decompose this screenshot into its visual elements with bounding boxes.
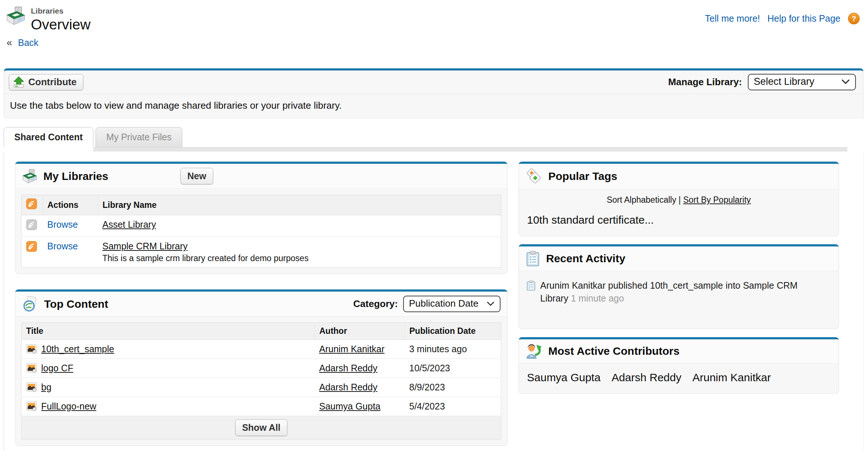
column-header-title: Title — [22, 323, 315, 340]
popular-tags-title: Popular Tags — [548, 170, 617, 183]
content-title-link[interactable]: FullLogo-new — [41, 401, 96, 412]
help-icon[interactable]: ? — [848, 12, 860, 25]
author-link[interactable]: Saumya Gupta — [319, 401, 381, 411]
my-libraries-panel: My Libraries New — [15, 162, 507, 274]
table-row: 10th_cert_sample Arunim Kanitkar 3 minut… — [22, 340, 501, 359]
manage-library-select[interactable]: Select Library — [748, 74, 856, 90]
tags-icon — [526, 168, 542, 185]
content-title-link[interactable]: logo CF — [41, 363, 73, 374]
activity-item: Arunim Kanitkar published 10th_cert_samp… — [526, 279, 831, 304]
contributors-list: Saumya Gupta Adarsh Reddy Arunim Kanitka… — [519, 363, 839, 393]
tabs-row: Shared Content My Private Files — [0, 127, 868, 147]
chevron-down-icon — [841, 79, 850, 84]
table-row: bg Adarsh Reddy 8/9/2023 — [22, 378, 501, 397]
show-all-button[interactable]: Show All — [235, 419, 288, 436]
top-content-table: Title Author Publication Date — [21, 322, 501, 440]
sort-alphabetically-link[interactable]: Sort Alphabetically — [607, 195, 676, 205]
tab-my-private-files[interactable]: My Private Files — [96, 127, 182, 147]
activity-timestamp: 1 minute ago — [571, 293, 624, 303]
content-title-link[interactable]: 10th_cert_sample — [41, 344, 114, 354]
publication-date: 10/5/2023 — [405, 359, 501, 378]
page-header: Libraries Overview Tell me more! Help fo… — [0, 0, 868, 33]
table-footer: Show All — [22, 416, 501, 440]
toolbar-message: Use the tabs below to view and manage sh… — [4, 94, 863, 118]
most-active-contributors-title: Most Active Contributors — [548, 345, 679, 357]
page-title: Overview — [31, 17, 91, 33]
manage-library-value: Select Library — [754, 76, 814, 87]
help-for-this-page-link[interactable]: Help for this Page — [767, 13, 840, 24]
image-file-icon — [26, 382, 37, 392]
sort-separator: | — [679, 195, 681, 205]
tab-shared-content[interactable]: Shared Content — [4, 127, 93, 147]
clipboard-icon-small — [526, 280, 536, 291]
publication-date: 3 minutes ago — [405, 340, 501, 359]
library-description: This is a sample crm library created for… — [103, 253, 497, 263]
table-row: Browse Asset Library — [22, 215, 501, 237]
author-link[interactable]: Adarsh Reddy — [319, 382, 377, 392]
table-row: logo CF Adarsh Reddy 10/5/2023 — [22, 359, 501, 378]
contribute-button[interactable]: Contribute — [9, 74, 83, 90]
feed-icon-gray[interactable] — [26, 219, 37, 230]
publication-date: 8/9/2023 — [405, 378, 501, 397]
feed-icon[interactable] — [26, 241, 37, 252]
contributor-link[interactable]: Adarsh Reddy — [611, 371, 681, 384]
my-libraries-icon — [22, 169, 37, 184]
author-link[interactable]: Arunim Kanitkar — [319, 344, 385, 354]
recent-activity-title: Recent Activity — [546, 252, 625, 265]
feed-icon — [26, 198, 37, 209]
shared-content-tab-panel: My Libraries New — [4, 151, 864, 451]
image-file-icon — [26, 344, 37, 354]
column-header-author: Author — [315, 323, 405, 340]
publication-date: 5/4/2023 — [405, 397, 501, 416]
category-value: Publication Date — [409, 298, 478, 309]
table-row: FullLogo-new Saumya Gupta 5/4/2023 — [22, 397, 501, 416]
upload-icon — [12, 76, 25, 89]
author-link[interactable]: Adarsh Reddy — [319, 363, 377, 373]
library-name-link[interactable]: Asset Library — [103, 219, 156, 230]
recent-activity-panel: Recent Activity — [519, 244, 839, 329]
image-file-icon — [26, 401, 37, 411]
contributor-icon — [526, 343, 542, 359]
tell-me-more-link[interactable]: Tell me more! — [705, 13, 760, 24]
most-active-contributors-panel: Most Active Contributors Saumya Gupta Ad… — [519, 337, 839, 394]
browse-link[interactable]: Browse — [47, 219, 78, 230]
chevron-down-icon — [487, 301, 495, 306]
back-row: « Back — [0, 33, 868, 48]
back-link[interactable]: Back — [18, 37, 39, 48]
contribute-label: Contribute — [28, 76, 76, 88]
libraries-icon — [6, 6, 26, 33]
contributor-link[interactable]: Arunim Kanitkar — [692, 371, 771, 384]
top-content-icon — [22, 296, 38, 312]
manage-library-label: Manage Library: — [668, 76, 742, 88]
top-content-panel: Top Content Category: Publication Date T… — [15, 289, 507, 446]
tag-sort-options: Sort Alphabetically | Sort By Popularity — [527, 195, 831, 205]
library-name-link[interactable]: Sample CRM Library — [103, 241, 188, 251]
section-label: Libraries — [31, 7, 91, 15]
contributor-link[interactable]: Saumya Gupta — [527, 371, 600, 384]
table-row: Browse Sample CRM Library This is a samp… — [22, 237, 501, 268]
column-header-library-name: Library Name — [98, 195, 501, 215]
clipboard-icon — [526, 250, 540, 267]
tag-link[interactable]: 10th standard certificate... — [527, 214, 654, 226]
popular-tags-panel: Popular Tags Sort Alphabetically | Sort … — [519, 162, 839, 236]
my-libraries-table: Actions Library Name — [21, 195, 501, 268]
new-library-button[interactable]: New — [180, 168, 213, 184]
category-select[interactable]: Publication Date — [403, 296, 501, 312]
back-chevrons-icon: « — [7, 37, 12, 48]
sort-by-popularity-link[interactable]: Sort By Popularity — [683, 195, 751, 205]
column-header-publication-date: Publication Date — [405, 323, 501, 340]
column-header-actions: Actions — [43, 195, 98, 215]
tab-strip — [4, 147, 847, 151]
browse-link[interactable]: Browse — [47, 241, 78, 251]
svg-text:?: ? — [851, 15, 856, 23]
category-label: Category: — [353, 298, 398, 310]
image-file-icon — [26, 363, 37, 373]
top-content-title: Top Content — [44, 298, 108, 310]
my-libraries-title: My Libraries — [43, 170, 108, 183]
library-toolbar: Contribute Manage Library: Select Librar… — [4, 68, 864, 118]
content-title-link[interactable]: bg — [41, 382, 51, 393]
